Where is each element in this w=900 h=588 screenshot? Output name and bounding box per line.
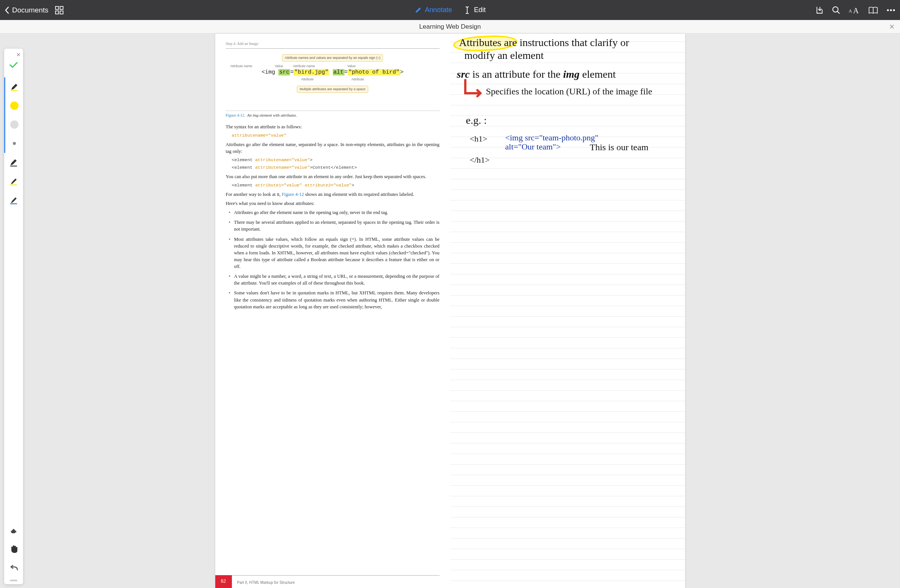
- figure-caption: Figure 4-12. An img element with attribu…: [226, 111, 440, 118]
- import-button[interactable]: [815, 6, 824, 14]
- handwriting-code: </h1>: [470, 155, 490, 165]
- fig-callout-bottom: Multiple attributes are separated by a s…: [297, 86, 368, 93]
- reading-view-button[interactable]: [868, 6, 878, 14]
- code-suffix: >: [400, 69, 404, 76]
- undo-button[interactable]: [4, 559, 23, 577]
- chevron-left-icon: [5, 6, 9, 14]
- pencil-icon: [414, 6, 422, 14]
- code-syntax: attributename="value": [232, 133, 287, 138]
- tiny-dot-icon: [13, 142, 16, 145]
- handwriting-code: <h1>: [470, 134, 487, 144]
- label-value-2: Value: [348, 64, 356, 69]
- highlighter-tool-yellow[interactable]: [4, 172, 23, 190]
- para-syntax: The syntax for an attribute is as follow…: [226, 124, 440, 130]
- color-grey-swatch[interactable]: [5, 115, 23, 134]
- page-step-header: Step 4: Add an Image: [226, 41, 440, 49]
- annotate-mode-button[interactable]: Annotate: [414, 6, 452, 14]
- more-button[interactable]: [886, 9, 895, 12]
- handwriting-line: Attributes are instructions that clarify…: [459, 37, 629, 49]
- close-palette-button[interactable]: ✕: [16, 52, 21, 58]
- part-label: Part II, HTML Markup for Structure: [237, 580, 295, 586]
- para-figref: For another way to look at it, Figure 4-…: [226, 191, 440, 198]
- svg-text:A: A: [849, 8, 852, 14]
- eraser-tool[interactable]: [4, 521, 23, 540]
- svg-text:A: A: [853, 6, 859, 14]
- more-icon: [886, 9, 895, 12]
- code-block-1: <element attributename="value">: [232, 157, 440, 163]
- import-icon: [815, 6, 824, 14]
- text-size-button[interactable]: AA: [849, 6, 860, 14]
- svg-point-4: [833, 7, 838, 12]
- stroke-thin[interactable]: [5, 134, 23, 153]
- pen-tool-yellow[interactable]: [5, 77, 23, 96]
- palette-drag-handle[interactable]: [10, 580, 17, 581]
- confirm-button[interactable]: [9, 62, 18, 70]
- highlighter-icon: [9, 195, 18, 204]
- back-button[interactable]: Documents: [5, 6, 48, 14]
- svg-rect-1: [60, 6, 63, 9]
- edit-mode-button[interactable]: Edit: [463, 6, 486, 14]
- page-footer: 62 Part II, HTML Markup for Structure: [226, 575, 440, 588]
- code-block-3: <element attribute1="value" attribute2="…: [232, 182, 440, 189]
- grid-view-button[interactable]: [55, 6, 64, 14]
- svg-rect-0: [56, 6, 59, 9]
- svg-rect-2: [56, 11, 59, 14]
- svg-rect-3: [60, 11, 63, 14]
- figure-diagram: Attribute names and values are separated…: [226, 54, 440, 107]
- hand-tool[interactable]: [4, 540, 23, 559]
- figure-number: Figure 4-12.: [226, 113, 245, 118]
- svg-rect-12: [10, 184, 17, 185]
- svg-point-9: [893, 9, 895, 11]
- book-page: Step 4: Add an Image Attribute names and…: [215, 34, 450, 588]
- figure-caption-text: An img element with attributes.: [247, 113, 297, 118]
- svg-point-8: [890, 9, 892, 11]
- svg-rect-11: [10, 166, 17, 166]
- grey-dot-icon: [10, 121, 19, 129]
- bullet-item: There may be several attributes applied …: [229, 219, 440, 232]
- bullet-item: Some values don't have to be in quotatio…: [229, 289, 440, 310]
- label-attrname-2: Attribute name: [293, 64, 315, 69]
- handwriting-line: modify an element: [464, 50, 544, 62]
- check-icon: [9, 62, 18, 68]
- code-block-2: <element attributename="value">Content</…: [232, 164, 440, 171]
- page-number: 62: [215, 575, 232, 588]
- text-size-icon: AA: [849, 6, 860, 14]
- top-toolbar: Documents Annotate Edit AA: [0, 0, 900, 20]
- svg-rect-10: [11, 90, 18, 91]
- book-icon: [868, 6, 878, 14]
- workspace: ✕: [0, 34, 900, 588]
- fig-code: <img src="bird.jpg" alt="photo of bird">: [261, 69, 403, 76]
- code-prefix: <img: [261, 69, 278, 76]
- color-yellow-swatch[interactable]: [5, 96, 23, 115]
- back-label: Documents: [12, 6, 48, 14]
- page-body: The syntax for an attribute is as follow…: [226, 124, 440, 310]
- yellow-dot-icon: [10, 102, 19, 110]
- eraser-icon: [9, 526, 18, 534]
- undo-icon: [9, 565, 18, 571]
- search-button[interactable]: [832, 6, 840, 14]
- label-attribute-2: Attribute: [352, 77, 365, 82]
- highlighter-icon: [9, 176, 18, 186]
- document-spread[interactable]: Step 4: Add an Image Attribute names and…: [215, 34, 685, 588]
- code-alt-name: alt: [333, 69, 344, 76]
- para-after2: You can also put more than one attribute…: [226, 173, 440, 180]
- handwriting-line: e.g. :: [466, 115, 487, 127]
- code-alt-val: "photo of bird": [348, 69, 400, 76]
- pen-tool-black[interactable]: [4, 153, 23, 172]
- attribute-bullets: Attributes go after the element name in …: [229, 209, 440, 310]
- label-value-1: Value: [275, 64, 283, 69]
- para-know: Here's what you need to know about attri…: [226, 200, 440, 207]
- highlighter-tool-blue[interactable]: [4, 190, 23, 209]
- figure-link[interactable]: Figure 4-12: [282, 192, 304, 197]
- handwritten-notes-page[interactable]: Attributes are instructions that clarify…: [450, 34, 685, 588]
- close-document-button[interactable]: ✕: [889, 23, 895, 31]
- handwriting-line: Specifies the location (URL) of the imag…: [486, 87, 679, 97]
- pen-icon: [10, 82, 19, 91]
- pen-icon: [9, 158, 18, 167]
- bullet-item: Most attributes take values, which follo…: [229, 236, 440, 270]
- code-src-val: "bird.jpg": [293, 69, 329, 76]
- fig-callout-top: Attribute names and values are separated…: [282, 54, 383, 62]
- para-after1: Attributes go after the element name, se…: [226, 141, 440, 155]
- hand-icon: [9, 545, 18, 554]
- annotate-label: Annotate: [425, 6, 452, 14]
